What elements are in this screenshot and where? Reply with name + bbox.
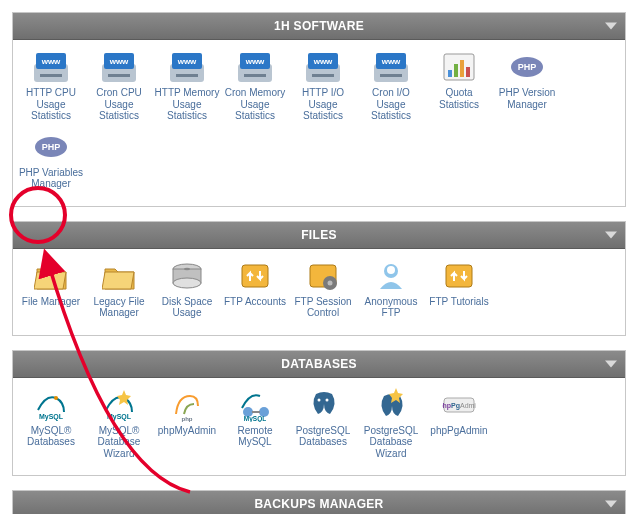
http-memory-usage-stats[interactable]: HTTP Memory Usage Statistics (154, 50, 220, 122)
item-label: PHP Version Manager (494, 87, 560, 110)
phpmyadmin[interactable]: phpMyAdmin (154, 388, 220, 460)
globe-icon (290, 50, 356, 84)
postgresql-databases[interactable]: PostgreSQL Databases (290, 388, 356, 460)
panel-backups-manager: BACKUPS MANAGERCreate BackupBackup resto… (12, 490, 626, 514)
quota-statistics[interactable]: Quota Statistics (426, 50, 492, 122)
php-version-manager[interactable]: PHP Version Manager (494, 50, 560, 122)
chevron-down-icon[interactable] (605, 231, 617, 238)
panel-header[interactable]: FILES (13, 222, 625, 249)
item-label: HTTP Memory Usage Statistics (154, 87, 220, 122)
pma-icon (154, 388, 220, 422)
item-label: Cron I/O Usage Statistics (358, 87, 424, 122)
item-label: PostgreSQL Database Wizard (358, 425, 424, 460)
panel-1h-software: 1H SOFTWAREHTTP CPU Usage StatisticsCron… (12, 12, 626, 207)
panel-databases: DATABASESMySQL® DatabasesMySQL® Database… (12, 350, 626, 477)
panel-header[interactable]: BACKUPS MANAGER (13, 491, 625, 514)
globe-icon (222, 50, 288, 84)
item-label: MySQL® Databases (18, 425, 84, 448)
disk-icon (154, 259, 220, 293)
panel-files: FILESFile ManagerLegacy File ManagerDisk… (12, 221, 626, 336)
php-icon (494, 50, 560, 84)
chevron-down-icon[interactable] (605, 501, 617, 508)
file-manager[interactable]: File Manager (18, 259, 84, 319)
folder-icon (18, 259, 84, 293)
item-label: PostgreSQL Databases (290, 425, 356, 448)
ftp-session-control[interactable]: FTP Session Control (290, 259, 356, 319)
item-label: Disk Space Usage (154, 296, 220, 319)
globe-icon (86, 50, 152, 84)
php-icon (18, 130, 84, 164)
item-label: PHP Variables Manager (18, 167, 84, 190)
item-label: Quota Statistics (426, 87, 492, 110)
item-label: Cron Memory Usage Statistics (222, 87, 288, 122)
remote-mysql[interactable]: Remote MySQL (222, 388, 288, 460)
phppgadmin[interactable]: phpPgAdmin (426, 388, 492, 460)
chevron-down-icon[interactable] (605, 360, 617, 367)
http-cpu-usage-stats[interactable]: HTTP CPU Usage Statistics (18, 50, 84, 122)
globe-icon (18, 50, 84, 84)
mysql-wiz-icon (86, 388, 152, 422)
item-label: Cron CPU Usage Statistics (86, 87, 152, 122)
item-label: phpPgAdmin (426, 425, 492, 437)
http-io-usage-stats[interactable]: HTTP I/O Usage Statistics (290, 50, 356, 122)
panel-header[interactable]: 1H SOFTWARE (13, 13, 625, 40)
mysql-icon (18, 388, 84, 422)
panel-title: BACKUPS MANAGER (254, 497, 383, 511)
postgresql-database-wizard[interactable]: PostgreSQL Database Wizard (358, 388, 424, 460)
panel-title: DATABASES (281, 357, 357, 371)
item-label: Anonymous FTP (358, 296, 424, 319)
php-variables-manager[interactable]: PHP Variables Manager (18, 130, 84, 190)
item-label: HTTP CPU Usage Statistics (18, 87, 84, 122)
item-label: Legacy File Manager (86, 296, 152, 319)
item-label: FTP Accounts (222, 296, 288, 308)
mysql-databases[interactable]: MySQL® Databases (18, 388, 84, 460)
item-label: FTP Tutorials (426, 296, 492, 308)
ftp-gear-icon (290, 259, 356, 293)
folder-icon (86, 259, 152, 293)
ftp-user-icon (358, 259, 424, 293)
panel-header[interactable]: DATABASES (13, 351, 625, 378)
panel-body: HTTP CPU Usage StatisticsCron CPU Usage … (13, 40, 625, 206)
item-label: HTTP I/O Usage Statistics (290, 87, 356, 122)
chart-icon (426, 50, 492, 84)
panel-title: FILES (301, 228, 337, 242)
ftp-icon (222, 259, 288, 293)
panel-body: File ManagerLegacy File ManagerDisk Spac… (13, 249, 625, 335)
mysql-database-wizard[interactable]: MySQL® Database Wizard (86, 388, 152, 460)
globe-icon (154, 50, 220, 84)
legacy-file-manager[interactable]: Legacy File Manager (86, 259, 152, 319)
cron-cpu-usage-stats[interactable]: Cron CPU Usage Statistics (86, 50, 152, 122)
ftp-accounts[interactable]: FTP Accounts (222, 259, 288, 319)
cron-io-usage-stats[interactable]: Cron I/O Usage Statistics (358, 50, 424, 122)
item-label: phpMyAdmin (154, 425, 220, 437)
mysql-remote-icon (222, 388, 288, 422)
item-label: Remote MySQL (222, 425, 288, 448)
anonymous-ftp[interactable]: Anonymous FTP (358, 259, 424, 319)
pg-wiz-icon (358, 388, 424, 422)
item-label: MySQL® Database Wizard (86, 425, 152, 460)
chevron-down-icon[interactable] (605, 23, 617, 30)
disk-space-usage[interactable]: Disk Space Usage (154, 259, 220, 319)
globe-icon (358, 50, 424, 84)
item-label: File Manager (18, 296, 84, 308)
cron-memory-usage-stats[interactable]: Cron Memory Usage Statistics (222, 50, 288, 122)
ftp-tutorials[interactable]: FTP Tutorials (426, 259, 492, 319)
ftp-icon (426, 259, 492, 293)
pg-icon (290, 388, 356, 422)
ppga-icon (426, 388, 492, 422)
item-label: FTP Session Control (290, 296, 356, 319)
panel-body: MySQL® DatabasesMySQL® Database Wizardph… (13, 378, 625, 476)
panel-title: 1H SOFTWARE (274, 19, 364, 33)
